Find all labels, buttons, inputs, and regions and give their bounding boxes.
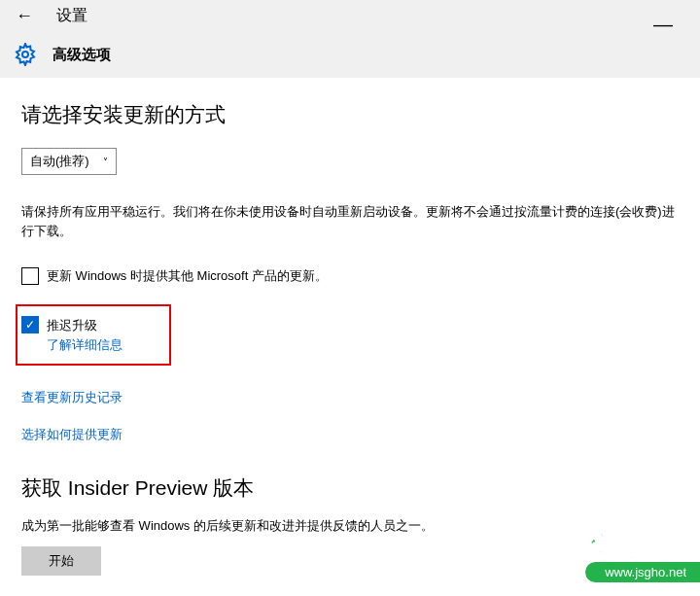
section-heading-insider: 获取 Insider Preview 版本 xyxy=(21,474,679,502)
checkbox-row-defer: ✓ 推迟升级 了解详细信息 xyxy=(21,316,158,354)
window-title: 设置 xyxy=(56,6,88,26)
checkbox-defer-label: 推迟升级 xyxy=(47,318,97,333)
chevron-down-icon: ˅ xyxy=(103,157,108,167)
section-heading-update-method: 请选择安装更新的方式 xyxy=(21,101,679,128)
minimize-icon[interactable]: — xyxy=(653,14,673,36)
defer-label-group: 推迟升级 了解详细信息 xyxy=(47,316,122,354)
checkbox-ms-products[interactable] xyxy=(21,267,39,285)
choose-delivery-link[interactable]: 选择如何提供更新 xyxy=(21,426,679,443)
header-top-bar: ← 设置 — xyxy=(0,0,700,31)
svg-point-0 xyxy=(22,52,28,57)
content-area: 请选择安装更新的方式 自动(推荐) ˅ 请保持所有应用平稳运行。我们将在你未使用… xyxy=(0,78,700,596)
update-description: 请保持所有应用平稳运行。我们将在你未使用设备时自动重新启动设备。更新将不会通过按… xyxy=(21,202,679,240)
view-history-link[interactable]: 查看更新历史记录 xyxy=(21,389,679,406)
update-mode-dropdown[interactable]: 自动(推荐) ˅ xyxy=(21,148,117,175)
back-arrow-icon[interactable]: ← xyxy=(16,6,33,26)
insider-description: 成为第一批能够查看 Windows 的后续更新和改进并提供反馈的人员之一。 xyxy=(21,517,679,535)
checkbox-ms-products-label: 更新 Windows 时提供其他 Microsoft 产品的更新。 xyxy=(47,267,328,285)
dropdown-value: 自动(推荐) xyxy=(30,153,89,170)
highlight-box-defer: ✓ 推迟升级 了解详细信息 xyxy=(16,304,171,366)
start-button[interactable]: 开始 xyxy=(21,546,101,576)
window-header: ← 设置 — 高级选项 xyxy=(0,0,700,78)
gear-icon xyxy=(14,43,37,66)
header-subtitle-bar: 高级选项 xyxy=(0,31,700,78)
checkbox-row-ms-products: 更新 Windows 时提供其他 Microsoft 产品的更新。 xyxy=(21,267,679,285)
checkbox-defer[interactable]: ✓ xyxy=(21,316,39,333)
page-subtitle: 高级选项 xyxy=(52,46,111,64)
defer-learn-more-link[interactable]: 了解详细信息 xyxy=(47,336,122,354)
